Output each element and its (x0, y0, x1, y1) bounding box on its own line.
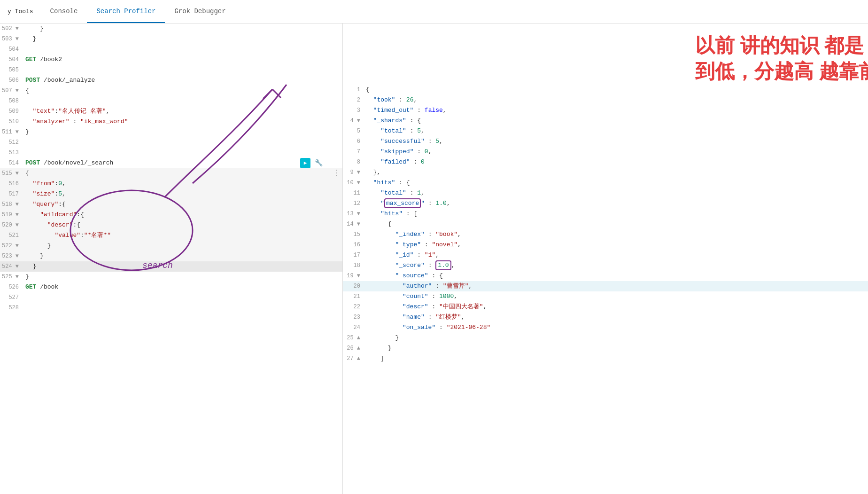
code-line: 506 POST /book/_analyze (0, 75, 342, 86)
json-line: 27 ▲ ] (343, 353, 868, 364)
code-line: 510 "analyzer" : "ik_max_word" (0, 117, 342, 127)
code-line: 514 POST /book/novel/_search 🔧 (0, 158, 342, 168)
code-line: 504 GET /book2 (0, 55, 342, 65)
code-line: 524 ▼ } (0, 261, 342, 272)
code-line: 516 "from":0, (0, 179, 342, 189)
left-panel: 502 ▼ } 503 ▼ } 504 504 GET /book2 505 (0, 24, 343, 494)
json-line: 8 "failed" : 0 (343, 157, 868, 167)
json-line: 5 "total" : 5, (343, 126, 868, 136)
settings-button[interactable]: 🔧 (313, 158, 324, 168)
json-line: 7 "skipped" : 0, (343, 147, 868, 157)
code-line: 502 ▼ } (0, 24, 342, 34)
code-line: 520 ▼ "descr":{ (0, 220, 342, 230)
json-line: 4 ▼ "_shards" : { (343, 116, 868, 126)
code-line: 528 (0, 303, 342, 313)
json-line: 14 ▼ { (343, 219, 868, 229)
json-line: 12 "max_score" : 1.0, (343, 198, 868, 209)
json-line: 17 "_id" : "1", (343, 250, 868, 260)
json-line: 6 "successful" : 5, (343, 136, 868, 147)
json-line: 22 "descr" : "中国四大名著", (343, 302, 868, 312)
json-line: 19 ▼ "_source" : { (343, 271, 868, 281)
json-line: 16 "_type" : "novel", (343, 240, 868, 250)
json-line: 18 "_score" : 1.0, (343, 260, 868, 271)
app-title: y Tools (0, 0, 41, 23)
tab-console[interactable]: Console (41, 0, 87, 23)
main-layout: 502 ▼ } 503 ▼ } 504 504 GET /book2 505 (0, 24, 868, 494)
json-line: 11 "total" : 1, (343, 188, 868, 198)
json-line: 13 ▼ "hits" : [ (343, 209, 868, 219)
code-line: 513 (0, 148, 342, 158)
chinese-annotation: 以前 讲的知识 都是 搜索 ，所有都要有评 分，顺序从高到低，分越高 越靠前 (695, 33, 868, 84)
code-line: 509 "text":"名人传记 名著", (0, 106, 342, 117)
code-editor[interactable]: 502 ▼ } 503 ▼ } 504 504 GET /book2 505 (0, 24, 342, 494)
code-line: 517 "size":5, (0, 189, 342, 199)
code-line: 512 (0, 137, 342, 148)
code-line: 511 ▼ } (0, 127, 342, 137)
code-line: 521 "value":"*名著*" (0, 230, 342, 241)
run-button[interactable] (300, 158, 310, 168)
more-options-button[interactable]: ⋮ (333, 168, 341, 179)
json-line: 1 { (343, 85, 868, 95)
json-line: 21 "count" : 1000, (343, 291, 868, 302)
code-line: 505 (0, 65, 342, 75)
code-line: 526 GET /book (0, 282, 342, 292)
code-line: 523 ▼ } (0, 251, 342, 261)
json-line: 3 "timed_out" : false, (343, 105, 868, 116)
json-line: 10 ▼ "hits" : { (343, 178, 868, 188)
code-line: 525 ▼ } (0, 272, 342, 282)
code-line: 518 ▼ "query":{ (0, 199, 342, 210)
json-line: 15 "_index" : "book", (343, 229, 868, 240)
json-line: 24 "on_sale" : "2021-06-28" (343, 322, 868, 333)
json-line: 23 "name" : "红楼梦", (343, 312, 868, 322)
code-line: 515 ▼ { ⋮ (0, 168, 342, 179)
right-panel: 以前 讲的知识 都是 搜索 ，所有都要有评 分，顺序从高到低，分越高 越靠前 1… (343, 24, 868, 494)
json-line: 9 ▼ }, (343, 167, 868, 178)
code-line: 508 (0, 96, 342, 106)
json-line: 26 ▲ } (343, 343, 868, 353)
tab-search-profiler[interactable]: Search Profiler (87, 0, 165, 23)
code-line: 522 ▼ } (0, 241, 342, 251)
top-bar: y Tools Console Search Profiler Grok Deb… (0, 0, 868, 24)
code-line: 527 (0, 292, 342, 303)
json-viewer: 1 { 2 "took" : 26, 3 "timed_out" : false… (343, 85, 868, 494)
code-line: 507 ▼ { (0, 86, 342, 96)
code-line: 504 (0, 44, 342, 55)
json-line: 2 "took" : 26, (343, 95, 868, 105)
code-line: 519 ▼ "wildcard":{ (0, 210, 342, 220)
json-line: 25 ▲ } (343, 333, 868, 343)
json-line: 20 "author" : "曹雪芹", (343, 281, 868, 291)
tab-grok-debugger[interactable]: Grok Debugger (165, 0, 235, 23)
code-line: 503 ▼ } (0, 34, 342, 44)
